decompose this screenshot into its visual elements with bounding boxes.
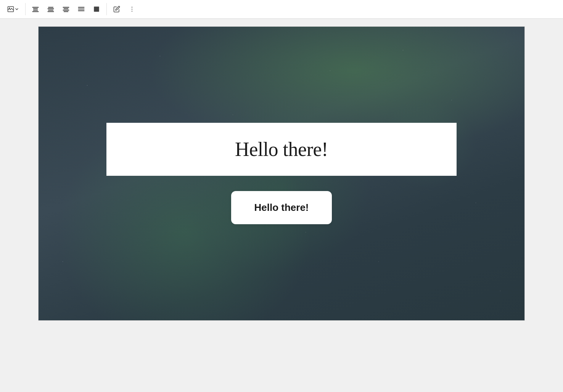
toolbar-group-align [28, 2, 104, 16]
more-options-icon [129, 6, 135, 13]
heading-block[interactable]: Hello there! [106, 123, 456, 176]
svg-rect-13 [64, 11, 68, 12]
svg-rect-8 [48, 10, 53, 11]
svg-point-1 [9, 8, 10, 9]
align-left-button[interactable] [58, 2, 74, 16]
align-block-button[interactable] [89, 2, 104, 16]
edit-button[interactable] [109, 2, 124, 16]
toolbar-group-actions [109, 2, 140, 16]
svg-point-19 [132, 9, 132, 10]
svg-rect-4 [33, 10, 38, 11]
align-left-icon [63, 6, 69, 13]
align-wide-button[interactable] [28, 2, 43, 16]
edit-icon [113, 6, 120, 13]
heading-text: Hello there! [129, 138, 433, 161]
align-full-button[interactable] [74, 2, 89, 16]
svg-rect-14 [78, 7, 85, 8]
cover-icon [7, 6, 14, 13]
align-center-button[interactable] [43, 2, 58, 16]
button-label: Hello there! [254, 202, 309, 213]
svg-rect-3 [33, 8, 38, 9]
align-wide-icon [32, 6, 39, 13]
svg-rect-6 [48, 7, 53, 8]
svg-rect-9 [48, 11, 54, 12]
svg-rect-11 [64, 8, 68, 9]
svg-rect-16 [78, 10, 85, 11]
toolbar-divider-2 [106, 3, 107, 15]
canvas-wrapper: Hello there! Hello there! [0, 19, 563, 328]
toolbar-group-image [3, 2, 23, 16]
svg-rect-15 [78, 9, 85, 10]
svg-rect-2 [32, 7, 39, 8]
align-block-icon [93, 6, 100, 13]
align-full-icon [78, 6, 85, 13]
block-toolbar [0, 0, 563, 19]
svg-rect-7 [48, 8, 54, 9]
svg-rect-5 [32, 11, 39, 12]
toolbar-divider-1 [25, 3, 26, 15]
align-center-icon [47, 6, 54, 13]
chevron-down-icon [15, 7, 19, 11]
more-options-button[interactable] [124, 2, 140, 16]
image-block-type-button[interactable] [3, 2, 23, 16]
svg-rect-17 [94, 6, 99, 12]
canvas-border: Hello there! Hello there! [38, 26, 525, 321]
svg-rect-10 [63, 7, 69, 8]
button-block[interactable]: Hello there! [231, 191, 331, 224]
cover-block: Hello there! Hello there! [39, 27, 524, 320]
svg-point-18 [132, 7, 132, 8]
svg-point-20 [132, 11, 132, 11]
svg-rect-12 [63, 10, 69, 11]
